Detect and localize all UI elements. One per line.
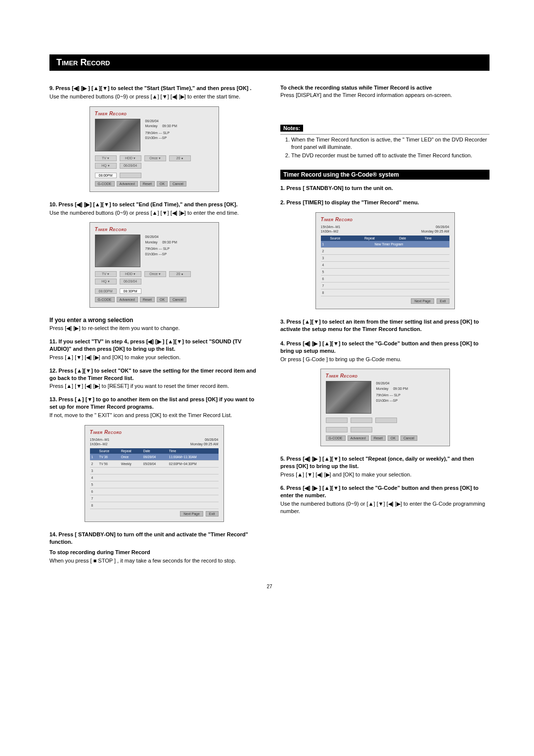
gcode-banner-text: Timer Record using the G-Code® system xyxy=(283,171,399,178)
th-date: Date xyxy=(142,448,168,454)
r2-src: TV 56 xyxy=(98,461,120,468)
r2-rep: Weekly xyxy=(120,461,142,468)
table-row: 4 xyxy=(90,474,219,481)
shot-footer-5: G-CODE Advanced Reset OK Cancel xyxy=(326,435,445,441)
once-box: Once ▾ xyxy=(144,155,166,161)
step-11-body: Press [▲] [▼] [◀] [▶] and [OK] to make y… xyxy=(49,354,259,361)
notes-label: Notes: xyxy=(280,125,303,132)
notes-block: Notes: When the Timer Record function is… xyxy=(280,105,490,159)
step-9-heading: 9. Press [◀] [▶ ] [▲][▼] to select the "… xyxy=(49,85,259,92)
step-14-heading-l2: To stop recording during Timer Record xyxy=(49,549,259,556)
table-footer: Next Page Exit xyxy=(90,511,219,517)
hq-box: HQ ▾ xyxy=(95,163,117,169)
gcode-btn: G-CODE xyxy=(95,181,115,187)
date-box-2: 06/28/04 xyxy=(120,279,141,284)
shot-day-5: Monday xyxy=(376,387,389,390)
shot-title: Timer Record xyxy=(95,111,214,116)
table-row: 3 xyxy=(321,255,449,262)
cancel-btn-2: Cancel xyxy=(170,297,186,302)
blank-ctrl-4 xyxy=(326,427,348,432)
th-date-4: Date xyxy=(398,236,423,241)
gcode-step-3: 3. Press [▲][▼] to select an item from t… xyxy=(280,318,490,333)
shot-info-2: 06/28/04 Monday 09:30 PM 79h34m --- SLP … xyxy=(145,235,214,267)
shot-date-2: 06/28/04 xyxy=(145,235,159,238)
screenshot-3-wrap: Timer Record 15h34m--M1 1h30m--M2 06/28/… xyxy=(49,425,259,522)
blank-ctrl-2 xyxy=(351,418,372,423)
reset-btn: Reset xyxy=(140,181,155,187)
src-ch-2: 20 ● xyxy=(169,271,191,277)
timer-list-table-4: Source Repeat Date Time 1 New Timer Prog… xyxy=(321,236,449,296)
timer-record-screenshot-4: Timer Record 15h34m--M1 1h30m--M2 06/28/… xyxy=(315,212,455,309)
new-timer-program: New Timer Program xyxy=(329,241,449,248)
gcode-step-5: 5. Press [◀] [▶ ] [▲][▼] to select "Repe… xyxy=(280,455,490,470)
step-12-body: Press [▲] [▼] [◀] [▶] to [RESET] if you … xyxy=(49,382,259,390)
m1-text: 15h34m--M1 xyxy=(90,438,110,441)
r2-time: 02:00PM~04:30PM xyxy=(168,461,219,468)
hdd-box: HDD ▾ xyxy=(120,155,141,161)
step-14-body: When you press [ ■ STOP ] , it may take … xyxy=(49,557,259,565)
ok-btn: OK xyxy=(157,181,168,187)
shot-title-5: Timer Record xyxy=(326,373,445,378)
ok-btn-2: OK xyxy=(157,297,168,302)
start-time-box: 08:00PM xyxy=(95,173,117,178)
shot-cap2: 01h30m ---SP xyxy=(145,136,214,141)
th-repeat-4: Repeat xyxy=(363,236,398,241)
screenshot-4-wrap: Timer Record 15h34m--M1 1h30m--M2 06/28/… xyxy=(280,212,490,309)
gcode-step-4: 4. Press [◀] [▶ ] [▲][▼] to select the "… xyxy=(280,340,490,355)
src-tv: TV ▾ xyxy=(95,155,117,161)
screenshot-1-wrap: Timer Record 06/28/04 Monday 09:30 PM 79… xyxy=(49,106,259,192)
shot-row-end: 08:00PM 08:30PM xyxy=(95,288,214,294)
th-time: Time xyxy=(168,448,219,454)
table-row: 4 xyxy=(321,262,449,269)
table-row: 2 xyxy=(321,248,449,255)
timer-record-screenshot-5: Timer Record 06/28/04 Monday 09:30 PM 79… xyxy=(320,369,450,446)
shot-cap2-5: 01h30m ---SP xyxy=(376,398,445,404)
preview-thumbnail xyxy=(95,119,140,151)
date2: 06/28/04 xyxy=(205,438,218,441)
src-ch: 20 ● xyxy=(169,155,191,161)
step-10-body: Use the numbered buttons (0~9) or press … xyxy=(49,209,259,217)
shot-footer: G-CODE Advanced Reset OK Cancel xyxy=(95,181,214,187)
hdd-box-2: HDD ▾ xyxy=(120,271,141,277)
shot-info-5: 06/28/04 Monday 09:30 PM 79h34m --- SLP … xyxy=(376,381,445,414)
step-14-heading-l1: 14. Press [ STANDBY-ON] to turn off the … xyxy=(49,531,259,546)
shot-title-2: Timer Record xyxy=(95,227,214,232)
table-footer-4: Next Page Exit xyxy=(321,298,449,304)
wrong-selection-heading: If you enter a wrong selection xyxy=(49,317,259,324)
th-repeat: Repeat xyxy=(120,448,142,454)
table-row: 5 xyxy=(90,481,219,488)
preview-thumbnail-5 xyxy=(326,381,371,414)
gcode-step-5-body: Press [▲] [▼] [◀] [▶] and [OK] to make y… xyxy=(280,471,490,478)
cancel-btn: Cancel xyxy=(170,181,186,187)
m1-text-4: 15h34m--M1 xyxy=(321,225,341,229)
once-box-2: Once ▾ xyxy=(144,271,166,277)
blank-ctrl-5 xyxy=(351,427,372,432)
blank-ctrl-3 xyxy=(375,418,397,423)
th-source: Source xyxy=(98,448,120,454)
gcode-step-4-body: Or press [ G-Code ] to bring up the G-Co… xyxy=(280,356,490,363)
shot-day: Monday xyxy=(145,124,158,128)
table-row: 1 New Timer Program xyxy=(321,241,449,248)
th-time-4: Time xyxy=(423,236,449,241)
reset-btn-2: Reset xyxy=(140,297,155,302)
timer-record-screenshot-1: Timer Record 06/28/04 Monday 09:30 PM 79… xyxy=(89,106,219,192)
m2-text: 1h30m--M2 xyxy=(90,442,108,446)
screenshot-5-wrap: Timer Record 06/28/04 Monday 09:30 PM 79… xyxy=(280,369,490,446)
gcode-step-6-body: Use the numbered buttons (0~9) or [▲] [▼… xyxy=(280,500,490,515)
end-time-white: 08:30PM xyxy=(120,288,141,294)
shot-row-start: 08:00PM xyxy=(95,173,214,178)
shot-controls-2: TV ▾ HDD ▾ Once ▾ 20 ● HQ ▾ 06/28/04 xyxy=(95,271,214,284)
shot-cap1: 79h34m --- SLP xyxy=(145,131,214,136)
table-row: 7 xyxy=(90,495,219,502)
next-page-btn: Next Page xyxy=(180,511,203,517)
reset-btn-5: Reset xyxy=(371,435,386,441)
gcode-step-6: 6. Press [◀] [▶ ] [▲][▼] to select the "… xyxy=(280,484,490,499)
shot-date-5: 06/28/04 xyxy=(376,381,390,385)
advanced-btn-5: Advanced xyxy=(348,435,369,441)
check-body: Press [DISPLAY] and the Timer Record inf… xyxy=(280,92,490,99)
shot-controls: TV ▾ HDD ▾ Once ▾ 20 ● HQ ▾ 06/28/04 xyxy=(95,155,214,169)
table-row: 8 xyxy=(321,289,449,296)
date-box: 06/28/04 xyxy=(120,163,141,169)
shot-info: 06/28/04 Monday 09:30 PM 79h34m --- SLP … xyxy=(145,119,214,151)
shot-day-2: Monday xyxy=(145,240,158,244)
